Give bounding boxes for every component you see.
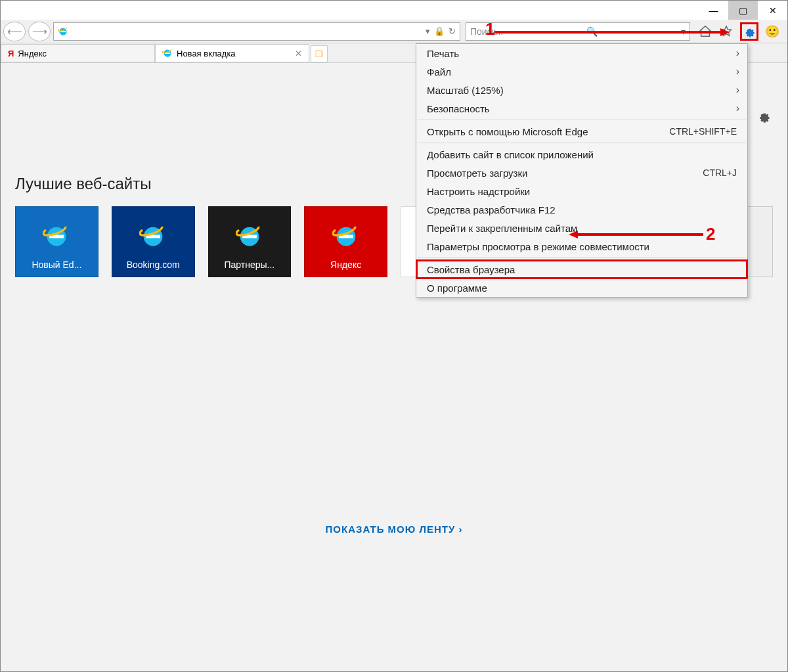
annotation-2: 2 (706, 224, 715, 244)
menu-manage-addons[interactable]: Настроить надстройки (416, 182, 747, 200)
feedback-smiley-icon[interactable]: 🙂 (765, 24, 779, 39)
tools-gear-button[interactable] (740, 22, 758, 41)
tile-label: Booking.com (127, 259, 180, 270)
tab-yandex[interactable]: Я Яндекс (1, 44, 155, 62)
browser-toolbar: ⟵ ⟶ ▾ 🔒 ↻ Поиск... 🔍 ▾ 🙂 (1, 20, 787, 43)
gear-icon (743, 25, 756, 38)
tab-label: Яндекс (18, 49, 47, 58)
back-button[interactable]: ⟵ (3, 22, 26, 41)
close-window-button[interactable]: ✕ (758, 1, 787, 20)
menu-compat-view[interactable]: Параметры просмотра в режиме совместимос… (416, 237, 747, 256)
minimize-button[interactable]: — (699, 1, 728, 20)
ie-icon (58, 26, 68, 37)
tab-label: Новая вкладка (177, 49, 236, 58)
tile-label: Новый Ed... (32, 259, 81, 270)
tile-label: Партнеры... (224, 259, 274, 270)
menu-print[interactable]: Печать (416, 44, 747, 62)
close-tab-icon[interactable]: ✕ (295, 49, 302, 58)
tab-new[interactable]: Новая вкладка ✕ (155, 44, 309, 62)
new-tab-button[interactable]: ❐ (311, 45, 328, 62)
menu-safety[interactable]: Безопасность (416, 99, 747, 118)
menu-separator (418, 258, 746, 258)
home-icon[interactable] (698, 24, 712, 39)
tile-yandex[interactable]: Яндекс (304, 206, 387, 277)
search-box[interactable]: Поиск... 🔍 ▾ (466, 22, 690, 41)
ie-icon (236, 223, 263, 250)
forward-button[interactable]: ⟶ (28, 22, 51, 41)
page-settings-gear-icon[interactable] (756, 109, 771, 126)
tile-new-edge[interactable]: Новый Ed... (15, 206, 98, 277)
window-controls: — ▢ ✕ (699, 1, 787, 20)
tile-partners[interactable]: Партнеры... (208, 206, 292, 277)
show-feed-link[interactable]: ПОКАЗАТЬ МОЮ ЛЕНТУ › (1, 524, 787, 535)
menu-about[interactable]: О программе (416, 279, 747, 297)
menu-internet-options[interactable]: Свойства браузера (416, 260, 747, 279)
menu-f12-devtools[interactable]: Средства разработчика F12 (416, 200, 747, 219)
ie-icon (139, 223, 167, 250)
address-bar[interactable]: ▾ 🔒 ↻ (53, 22, 460, 41)
menu-separator (418, 143, 746, 143)
yandex-icon: Я (8, 49, 14, 58)
menu-downloads[interactable]: Просмотреть загрузкиCTRL+J (416, 164, 747, 182)
menu-separator (418, 120, 746, 120)
dropdown-icon[interactable]: ▾ (426, 26, 430, 36)
ie-icon (332, 223, 360, 250)
tile-label: Яндекс (330, 259, 361, 270)
menu-pinned-sites[interactable]: Перейти к закрепленным сайтам (416, 219, 747, 237)
menu-file[interactable]: Файл (416, 62, 747, 81)
refresh-icon[interactable]: ↻ (449, 26, 456, 36)
tile-booking[interactable]: Booking.com (112, 206, 195, 277)
favorites-icon[interactable] (719, 24, 733, 39)
ie-icon (43, 223, 70, 250)
menu-zoom[interactable]: Масштаб (125%) (416, 81, 747, 99)
ie-icon (162, 48, 173, 58)
tools-menu: Печать Файл Масштаб (125%) Безопасность … (416, 43, 748, 298)
search-icon[interactable]: 🔍 (586, 26, 598, 37)
maximize-button[interactable]: ▢ (728, 1, 758, 20)
annotation-1: 1 (485, 19, 494, 39)
menu-add-site[interactable]: Добавить сайт в список приложений (416, 145, 747, 164)
search-dropdown-icon[interactable]: ▾ (681, 26, 686, 37)
menu-open-edge[interactable]: Открыть с помощью Microsoft EdgeCTRL+SHI… (416, 122, 747, 141)
lock-icon: 🔒 (434, 26, 445, 36)
